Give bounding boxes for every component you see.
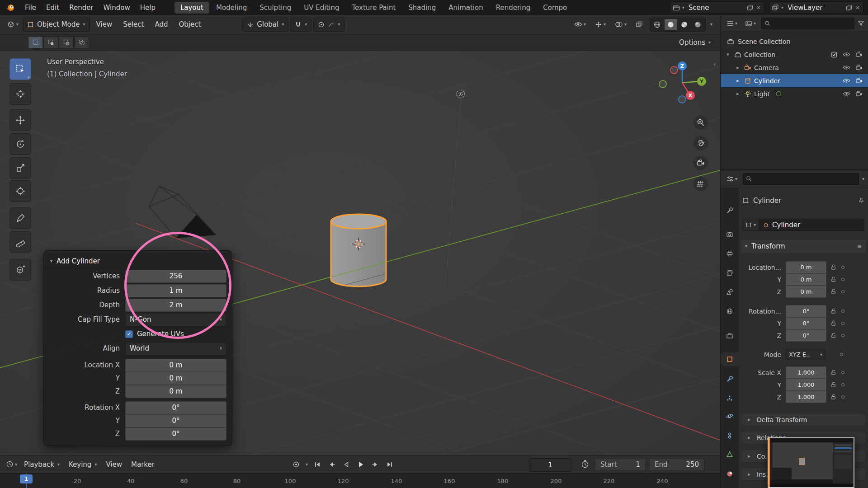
timeline-editor-type-button[interactable]: ▾	[4, 458, 19, 471]
scale-tool[interactable]	[9, 157, 31, 179]
drag-grip-icon[interactable]: ≡	[857, 243, 862, 249]
scene-icon[interactable]	[673, 4, 680, 11]
tab-material[interactable]	[721, 467, 739, 481]
rotation-y-field[interactable]: 0°	[786, 317, 826, 329]
timeline-marker-menu[interactable]: Marker	[127, 460, 159, 469]
tab-constraints[interactable]	[721, 429, 739, 442]
lock-icon[interactable]	[830, 320, 836, 326]
outliner-row-cylinder[interactable]: ▸ Cylinder	[721, 74, 868, 87]
align-dropdown[interactable]: World ▾	[125, 342, 226, 355]
navigation-gizmo[interactable]: Z Y X	[656, 54, 710, 108]
lock-icon[interactable]	[830, 333, 836, 338]
rotation-y-field[interactable]: 0°	[125, 414, 226, 427]
tab-physics[interactable]	[721, 409, 739, 423]
rotate-tool[interactable]	[9, 133, 31, 155]
collapse-icon[interactable]: ▾	[724, 52, 731, 57]
object-name-field[interactable]: Cylinder	[759, 219, 864, 231]
workspace-tab-uv-editing[interactable]: UV Editing	[298, 2, 345, 14]
pin-icon[interactable]	[858, 197, 864, 204]
menu-window[interactable]: Window	[99, 4, 135, 12]
lock-icon[interactable]	[830, 289, 836, 295]
use-preview-range-button[interactable]	[580, 460, 590, 469]
hide-eye-icon[interactable]	[843, 91, 850, 97]
chevron-down-icon[interactable]: ▾	[338, 22, 340, 27]
outliner-row-light[interactable]: ▸ Light	[721, 87, 868, 100]
cap-fill-dropdown[interactable]: N-Gon ▾	[125, 313, 226, 326]
animate-dot[interactable]	[841, 322, 844, 325]
close-scene-icon[interactable]: ✕	[755, 5, 762, 11]
select-mode-extend-button[interactable]	[43, 36, 58, 49]
chevron-down-icon[interactable]: ▾	[781, 5, 783, 10]
xray-toggle[interactable]	[633, 18, 645, 31]
menu-object[interactable]: Object	[175, 20, 206, 28]
shading-solid-button[interactable]	[665, 19, 677, 30]
workspace-tab-animation[interactable]: Animation	[443, 2, 489, 14]
hide-eye-icon[interactable]	[843, 65, 850, 70]
current-frame-field[interactable]: 1	[529, 458, 571, 472]
rotation-x-field[interactable]: 0°	[125, 401, 226, 414]
snap-toggle[interactable]: ▾	[290, 18, 311, 32]
menu-render[interactable]: Render	[64, 4, 98, 12]
scale-x-field[interactable]: 1.000	[786, 366, 826, 379]
lock-icon[interactable]	[830, 308, 836, 314]
expand-icon[interactable]: ▸	[734, 78, 741, 84]
disable-render-icon[interactable]	[856, 52, 863, 57]
generate-uvs-checkbox[interactable]: ✓	[125, 330, 133, 338]
workspace-tab-layout[interactable]: Layout	[175, 2, 209, 14]
animate-dot[interactable]	[841, 395, 844, 399]
disable-render-icon[interactable]	[856, 91, 863, 97]
properties-options-icon[interactable]: ▾	[862, 177, 864, 181]
hide-eye-icon[interactable]	[843, 78, 850, 84]
tab-render[interactable]	[721, 228, 739, 241]
expand-icon[interactable]: ▸	[734, 91, 741, 97]
play-button[interactable]	[354, 458, 368, 471]
lock-icon[interactable]	[830, 277, 836, 282]
location-y-field[interactable]: 0 m	[125, 372, 226, 385]
new-viewlayer-icon[interactable]	[846, 5, 852, 11]
viewlayer-name[interactable]: ViewLayer	[786, 4, 844, 12]
workspace-tab-texture-paint[interactable]: Texture Paint	[346, 2, 401, 14]
location-x-field[interactable]: 0 m	[786, 261, 826, 273]
select-mode-new-button[interactable]	[28, 36, 43, 49]
outliner-row-scene-collection[interactable]: Scene Collection	[721, 35, 868, 48]
lock-icon[interactable]	[830, 394, 836, 400]
playhead-marker[interactable]: 1	[20, 474, 33, 483]
transform-orientation-dropdown[interactable]: Global ▾	[242, 18, 288, 32]
depth-field[interactable]: 2 m	[125, 299, 226, 312]
move-tool[interactable]	[9, 109, 31, 131]
collection-checkbox[interactable]	[831, 52, 837, 58]
tab-object-data[interactable]	[721, 447, 739, 461]
chevron-down-icon[interactable]: ▾	[305, 22, 307, 27]
cursor-tool[interactable]	[9, 83, 31, 105]
new-scene-icon[interactable]	[747, 5, 753, 11]
outliner-display-mode-button[interactable]: ▾	[724, 17, 740, 30]
tab-object[interactable]	[721, 352, 739, 366]
jump-to-start-button[interactable]	[311, 458, 324, 471]
section-delta-transform[interactable]: ▸ Delta Transform	[741, 413, 866, 426]
outliner-row-camera[interactable]: ▸ Camera	[721, 61, 868, 74]
jump-to-prev-keyframe-button[interactable]	[325, 458, 339, 471]
properties-editor-type-button[interactable]: ▾	[724, 172, 740, 185]
select-box-tool[interactable]	[9, 58, 31, 80]
workspace-tab-compositing[interactable]: Compo	[537, 2, 573, 14]
camera-view-button[interactable]	[693, 156, 708, 170]
gizmo-z-axis[interactable]: Z	[680, 63, 684, 69]
disable-render-icon[interactable]	[856, 65, 863, 70]
outliner-search-input[interactable]	[773, 19, 851, 27]
radius-field[interactable]: 1 m	[125, 284, 226, 297]
select-mode-subtract-button[interactable]	[59, 36, 74, 49]
menu-select[interactable]: Select	[118, 20, 148, 28]
gizmo-x-axis[interactable]: X	[689, 93, 693, 99]
location-z-field[interactable]: 0 m	[125, 385, 226, 398]
scale-y-field[interactable]: 1.000	[786, 379, 826, 391]
tab-scene[interactable]	[721, 285, 739, 299]
show-hide-dropdown[interactable]: ▾	[572, 18, 588, 31]
transform-tool[interactable]	[9, 180, 31, 202]
pan-hand-button[interactable]	[693, 136, 708, 150]
animate-dot[interactable]	[841, 290, 844, 293]
editor-type-button[interactable]: ▾	[5, 18, 21, 31]
tab-particles[interactable]	[721, 391, 739, 405]
keying-menu[interactable]: Keying▾	[64, 460, 101, 469]
rotation-z-field[interactable]: 0°	[786, 329, 826, 342]
options-dropdown[interactable]: Options ▾	[675, 38, 715, 47]
